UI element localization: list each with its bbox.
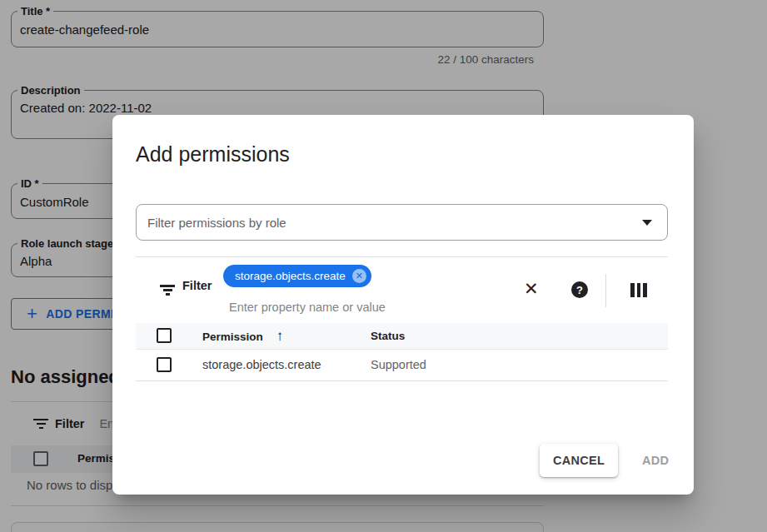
help-icon[interactable]: ? xyxy=(571,281,588,298)
filter-label: Filter xyxy=(182,279,212,292)
status-cell: Supported xyxy=(371,358,426,371)
permissions-table-header: Permission ↑ Status xyxy=(136,323,668,350)
column-display-options-icon[interactable] xyxy=(630,283,647,297)
filter-chip-storage-objects-create[interactable]: storage.objects.create ✕ xyxy=(223,265,371,287)
chip-remove-icon[interactable]: ✕ xyxy=(352,269,366,283)
sort-ascending-icon: ↑ xyxy=(276,330,284,343)
filter-chip-label: storage.objects.create xyxy=(235,270,346,282)
filter-input[interactable]: Enter property name or value xyxy=(229,301,386,314)
add-button[interactable]: ADD xyxy=(637,444,674,477)
create-role-page: Title * create-changefeed-role 22 / 100 … xyxy=(0,0,767,532)
table-row[interactable]: storage.objects.create Supported xyxy=(136,351,668,381)
permissions-filter-toolbar: Filter storage.objects.create ✕ Enter pr… xyxy=(136,257,668,323)
filter-permissions-by-role-select[interactable]: Filter permissions by role xyxy=(136,204,668,241)
divider xyxy=(605,274,606,307)
permission-cell: storage.objects.create xyxy=(202,358,321,371)
permission-column-header[interactable]: Permission ↑ xyxy=(202,330,283,343)
permission-column-label: Permission xyxy=(202,331,263,343)
chevron-down-icon xyxy=(642,220,652,226)
status-column-header: Status xyxy=(371,330,405,342)
filter-icon xyxy=(160,285,175,296)
dialog-title: Add permissions xyxy=(136,142,290,167)
clear-filters-icon[interactable]: ✕ xyxy=(524,277,539,301)
role-select-placeholder: Filter permissions by role xyxy=(147,216,286,230)
add-permissions-dialog: Add permissions Filter permissions by ro… xyxy=(112,115,694,495)
cancel-button[interactable]: CANCEL xyxy=(540,444,618,477)
select-all-checkbox[interactable] xyxy=(157,328,172,343)
row-checkbox[interactable] xyxy=(157,357,172,372)
